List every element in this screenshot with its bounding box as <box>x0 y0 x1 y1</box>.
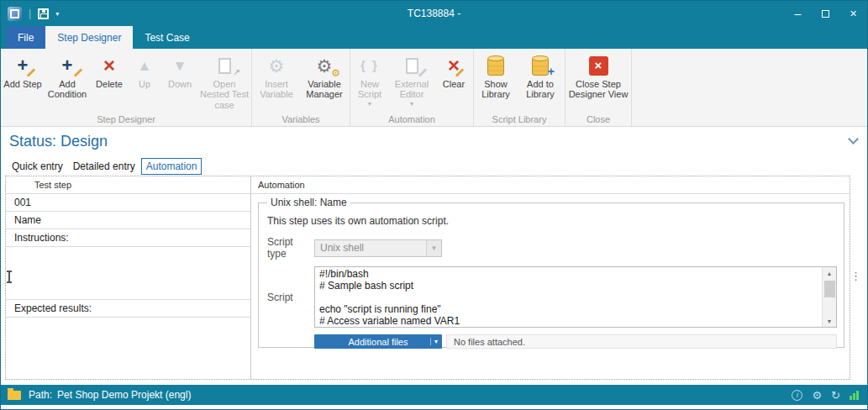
new-script-icon: { } <box>351 52 388 79</box>
script-scrollbar[interactable]: ▲ ▼ <box>822 267 836 327</box>
ribbon-tab-row: File Step Designer Test Case <box>1 26 867 49</box>
down-button: ▼ Down <box>161 50 198 113</box>
instructions-input-cell[interactable] <box>6 247 250 300</box>
script-row: Script #!/bin/bash # Sample bash script … <box>267 266 837 328</box>
close-button[interactable]: × <box>839 1 867 26</box>
gear-icon[interactable]: ⚙ <box>812 390 822 401</box>
ribbon-group-automation: { } New Script ▾ External Editor ▾ × Cle… <box>350 49 474 126</box>
script-type-label: Script type <box>267 236 314 260</box>
path-label: Path: <box>29 389 52 401</box>
ribbon-group-script-library: Show Library + Add to Library Script Lib… <box>474 49 566 126</box>
add-step-label: Add Step <box>3 79 41 89</box>
ribbon-group-variables: ⚙ Insert Variable ⚙⚙ Variable Manager Va… <box>252 49 350 126</box>
group-label-automation: Automation <box>351 113 472 126</box>
add-step-icon: + <box>2 52 44 79</box>
new-script-label: New Script <box>351 79 388 100</box>
group-label-step-designer: Step Designer <box>2 113 250 126</box>
additional-files-row: Additional files ▾ No files attached. <box>314 334 837 349</box>
external-editor-dropdown-icon: ▾ <box>410 101 413 108</box>
additional-files-button[interactable]: Additional files ▾ <box>314 334 442 349</box>
status-title: Status: Design <box>9 133 108 150</box>
panel-drag-handle[interactable]: ⋮ <box>850 270 861 282</box>
titlebar: TC138884 - | ▾ – × <box>1 1 867 26</box>
tab-step-designer[interactable]: Step Designer <box>45 26 133 49</box>
variable-manager-button[interactable]: ⚙⚙ Variable Manager <box>300 50 349 113</box>
instructions-label-cell[interactable]: Instructions: <box>6 229 250 247</box>
connection-status-icon[interactable] <box>850 391 859 400</box>
expected-results-label-cell[interactable]: Expected results: <box>6 300 250 318</box>
path-value: Pet Shop Demo Projekt (engl) <box>57 389 191 401</box>
test-step-number-cell[interactable]: 001 <box>6 194 250 212</box>
files-status-field: No files attached. <box>446 334 837 349</box>
close-step-designer-view-button[interactable]: × Close Step Designer View <box>566 50 630 113</box>
scrollbar-thumb[interactable] <box>824 281 835 297</box>
save-icon[interactable] <box>38 8 49 19</box>
add-step-button[interactable]: + Add Step <box>2 50 44 113</box>
automation-note: This step uses its own automation script… <box>267 215 837 227</box>
window-title: TC138884 - <box>1 8 867 19</box>
down-label: Down <box>168 79 192 89</box>
up-arrow-icon: ▲ <box>128 52 161 79</box>
delete-icon: × <box>91 52 128 79</box>
additional-files-dropdown-icon: ▾ <box>430 338 438 345</box>
scroll-up-icon[interactable]: ▲ <box>823 267 836 279</box>
script-editor[interactable]: #!/bin/bash # Sample bash script echo "s… <box>314 266 837 328</box>
add-to-library-button[interactable]: + Add to Library <box>517 50 564 113</box>
delete-button[interactable]: × Delete <box>91 50 128 113</box>
group-label-script-library: Script Library <box>475 113 564 126</box>
add-to-library-label: Add to Library <box>517 79 564 100</box>
tab-detailed-entry[interactable]: Detailed entry <box>69 159 139 174</box>
script-type-dropdown-icon: ▾ <box>426 240 441 256</box>
window-controls: – × <box>784 1 867 26</box>
ribbon-group-close: × Close Step Designer View Close <box>566 49 632 126</box>
test-step-name-cell[interactable]: Name <box>6 212 250 229</box>
additional-files-label: Additional files <box>349 337 408 347</box>
add-to-library-icon: + <box>517 52 564 79</box>
script-text[interactable]: #!/bin/bash # Sample bash script echo "s… <box>315 267 822 327</box>
tab-file[interactable]: File <box>6 26 45 49</box>
status-header: Status: Design <box>1 127 867 156</box>
down-arrow-icon: ▼ <box>161 52 198 79</box>
external-editor-label: External Editor <box>388 79 435 100</box>
add-condition-button[interactable]: + Add Condition <box>44 50 91 113</box>
up-label: Up <box>139 79 150 89</box>
close-view-label: Close Step Designer View <box>566 79 630 100</box>
collapse-chevron-icon[interactable] <box>848 134 859 145</box>
window-bottom-strip <box>1 405 867 409</box>
show-library-icon <box>475 52 517 79</box>
scroll-down-icon[interactable]: ▼ <box>823 315 836 327</box>
variable-manager-label: Variable Manager <box>300 79 349 100</box>
text-cursor <box>8 271 10 282</box>
show-library-button[interactable]: Show Library <box>475 50 517 113</box>
automation-column-header: Automation <box>251 176 850 194</box>
nested-test-case-icon: ↗ <box>198 52 250 79</box>
script-label: Script <box>267 292 314 303</box>
tab-automation[interactable]: Automation <box>141 158 203 175</box>
tab-quick-entry[interactable]: Quick entry <box>8 159 67 174</box>
app-window: TC138884 - | ▾ – × File Step Designer Te… <box>0 0 868 410</box>
refresh-icon[interactable]: ↻ <box>831 390 840 401</box>
open-nested-test-case-button: ↗ Open Nested Test case <box>198 50 250 113</box>
script-type-value: Unix shell <box>320 242 364 254</box>
group-label-close: Close <box>566 113 630 126</box>
ribbon-group-step-designer: + Add Step + Add Condition × Delete ▲ Up… <box>1 49 252 126</box>
expected-results-input-cell[interactable] <box>6 318 250 379</box>
qat-dropdown-icon[interactable]: ▾ <box>55 10 59 18</box>
step-designer-workarea: Test step 001 Name Instructions: Expecte… <box>5 176 850 380</box>
close-view-icon: × <box>566 52 630 79</box>
test-step-column: Test step 001 Name Instructions: Expecte… <box>6 176 251 379</box>
insert-variable-icon: ⚙ <box>253 52 300 79</box>
open-nested-label: Open Nested Test case <box>198 79 250 110</box>
tab-test-case[interactable]: Test Case <box>133 26 201 49</box>
ribbon: + Add Step + Add Condition × Delete ▲ Up… <box>1 49 867 127</box>
variable-manager-icon: ⚙⚙ <box>300 52 349 79</box>
entry-tabs: Quick entry Detailed entry Automation <box>1 156 867 176</box>
maximize-button[interactable] <box>812 1 839 26</box>
statusbar: Path: Pet Shop Demo Projekt (engl) i ⚙ ↻ <box>1 385 867 405</box>
info-icon[interactable]: i <box>792 390 802 401</box>
unix-shell-groupbox: Unix shell: Name This step uses its own … <box>258 197 844 348</box>
minimize-button[interactable]: – <box>784 1 812 26</box>
clear-icon: × <box>435 52 472 79</box>
clear-button[interactable]: × Clear <box>435 50 472 113</box>
folder-icon <box>8 391 21 400</box>
